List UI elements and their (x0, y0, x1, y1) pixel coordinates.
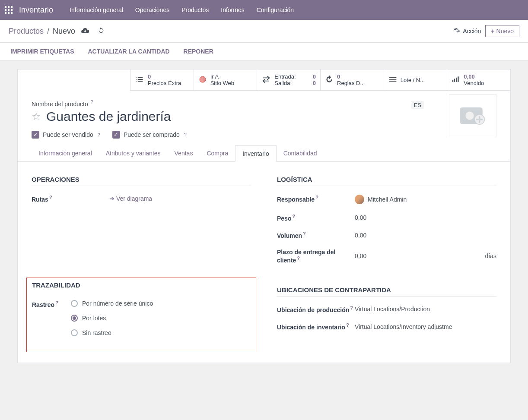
see-diagram-link[interactable]: ➔ Ver diagrama (109, 195, 152, 202)
nav-reports[interactable]: Informes (215, 6, 250, 13)
header-actions: Acción + Nuevo (454, 25, 519, 37)
stat-rules[interactable]: 0Reglas D... (320, 69, 384, 90)
gear-icon (454, 27, 460, 35)
svg-rect-10 (452, 79, 454, 82)
nav-operations[interactable]: Operaciones (129, 6, 175, 13)
help-icon[interactable]: ? (315, 195, 318, 200)
nav-overview[interactable]: Información general (64, 6, 129, 13)
help-icon[interactable]: ? (91, 99, 93, 104)
prod-location-value[interactable]: Virtual Locations/Production (355, 306, 430, 313)
nav-config[interactable]: Configuración (251, 6, 300, 13)
help-icon[interactable]: ? (350, 305, 353, 310)
product-name-label: Nombre del producto (32, 101, 88, 107)
stat-sold[interactable]: 0,00Vendido (447, 69, 510, 90)
update-qty-button[interactable]: ACTUALIZAR LA CANTIDAD (88, 48, 169, 55)
breadcrumb-current: Nuevo (53, 27, 75, 36)
avatar (355, 195, 364, 204)
product-image-placeholder[interactable] (449, 94, 496, 137)
favorite-star-icon[interactable]: ☆ (32, 111, 41, 123)
tab-accounting[interactable]: Contabilidad (277, 145, 324, 161)
svg-rect-4 (8, 9, 10, 11)
tab-sales[interactable]: Ventas (168, 145, 200, 161)
radio-serial[interactable]: Por número de serie único (71, 300, 251, 307)
stat-goto-website[interactable]: Ir ASitio Web (194, 69, 257, 90)
field-routes: Rutas? ➔ Ver diagrama (32, 195, 251, 203)
help-icon[interactable]: ? (55, 300, 58, 305)
apps-icon[interactable] (3, 5, 14, 15)
can-be-purchased-checkbox[interactable]: ✓ Puede ser comprado ? (112, 131, 187, 139)
form-sheet: 0Precios Extra Ir ASitio Web Entrada:0 S… (17, 69, 511, 363)
action-button[interactable]: Acción (454, 27, 481, 35)
tab-attributes[interactable]: Atributos y variantes (99, 145, 168, 161)
svg-rect-13 (458, 76, 459, 82)
radio-icon (71, 300, 78, 307)
svg-rect-1 (8, 6, 10, 8)
field-inv-location: Ubicación de inventario? Virtual Locatio… (277, 322, 496, 331)
svg-rect-2 (11, 6, 13, 8)
field-customer-lead: Plazo de entrega del cliente? 0,00días (277, 249, 496, 264)
top-nav: Inventario Información general Operacion… (0, 0, 528, 20)
weight-value[interactable]: 0,00 (355, 214, 366, 221)
stat-in-out[interactable]: Entrada:0 Salida:0 (257, 69, 320, 90)
tab-inventory[interactable]: Inventario (235, 145, 276, 162)
cloud-save-icon[interactable] (81, 27, 89, 36)
globe-icon (198, 75, 207, 85)
header-bar: Productos / Nuevo Acción + Nuevo (0, 20, 528, 43)
action-bar: IMPRIMIR ETIQUETAS ACTUALIZAR LA CANTIDA… (0, 43, 528, 60)
section-logistics: LOGÍSTICA (277, 176, 496, 186)
svg-rect-12 (456, 77, 457, 82)
transfer-icon (261, 76, 271, 85)
volume-value[interactable]: 0,00 (355, 232, 366, 239)
svg-rect-6 (5, 12, 6, 14)
radio-icon (71, 329, 78, 336)
section-operations: OPERACIONES (32, 176, 251, 186)
chart-icon (452, 76, 460, 84)
check-icon: ✓ (32, 131, 39, 139)
field-responsible: Responsable? Mitchell Admin (277, 195, 496, 204)
traceability-highlight: TRAZABILIDAD Rastreo? Por número de seri… (26, 278, 256, 352)
help-icon[interactable]: ? (49, 195, 52, 200)
radio-icon (71, 315, 78, 322)
language-chip[interactable]: ES (411, 101, 424, 109)
can-be-sold-checkbox[interactable]: ✓ Puede ser vendido ? (32, 131, 100, 139)
svg-rect-8 (11, 12, 13, 14)
arrow-right-icon: ➔ (109, 195, 116, 202)
breadcrumb-root[interactable]: Productos (9, 27, 44, 36)
help-icon[interactable]: ? (292, 214, 295, 219)
svg-rect-3 (5, 9, 6, 11)
stat-lots[interactable]: Lote / N... (384, 69, 447, 90)
help-icon[interactable]: ? (98, 132, 100, 137)
tab-bar: Información general Atributos y variante… (18, 145, 510, 162)
brand[interactable]: Inventario (19, 6, 53, 15)
section-traceability: TRAZABILIDAD (32, 281, 251, 291)
replenish-button[interactable]: REPONER (184, 48, 213, 55)
new-button[interactable]: + Nuevo (485, 25, 519, 37)
list-icon (135, 76, 144, 84)
nav-products[interactable]: Productos (175, 6, 215, 13)
help-icon[interactable]: ? (184, 132, 187, 137)
right-column: LOGÍSTICA Responsable? Mitchell Admin Pe… (277, 176, 496, 349)
refresh-icon (325, 75, 334, 85)
help-icon[interactable]: ? (346, 322, 349, 328)
svg-rect-11 (454, 79, 455, 82)
tab-purchase[interactable]: Compra (200, 145, 235, 161)
print-labels-button[interactable]: IMPRIMIR ETIQUETAS (10, 48, 74, 55)
svg-rect-7 (8, 12, 10, 14)
help-icon[interactable]: ? (297, 256, 300, 261)
help-icon[interactable]: ? (303, 231, 306, 236)
tab-general[interactable]: Información general (32, 145, 99, 161)
responsible-value[interactable]: Mitchell Admin (368, 196, 407, 203)
discard-icon[interactable] (98, 27, 105, 36)
lead-value[interactable]: 0,00 (355, 253, 366, 259)
radio-none[interactable]: Sin rastreo (71, 329, 251, 336)
field-prod-location: Ubicación de producción? Virtual Locatio… (277, 305, 496, 313)
plus-icon: + (491, 28, 494, 35)
field-weight: Peso? 0,00 (277, 214, 496, 222)
product-name[interactable]: Guantes de jardinería (46, 109, 171, 124)
section-counterpart: UBICACIONES DE CONTRAPARTIDA (277, 286, 496, 297)
stat-extra-prices[interactable]: 0Precios Extra (130, 69, 194, 90)
radio-lots[interactable]: Por lotes (71, 315, 251, 322)
inv-location-value[interactable]: Virtual Locations/Inventory adjustme (355, 323, 452, 330)
field-volume: Volumen? 0,00 (277, 231, 496, 239)
breadcrumb: Productos / Nuevo (9, 27, 105, 36)
